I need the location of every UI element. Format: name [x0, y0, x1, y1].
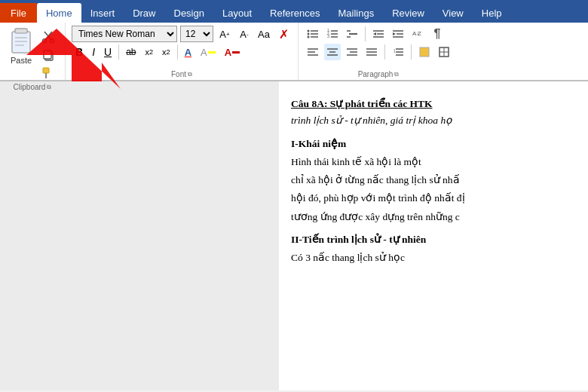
doc-section2-heading: II-Tiến trình lịch sử - tự nhiên [291, 232, 576, 247]
sep-para1 [365, 26, 366, 41]
decrease-font-button[interactable]: A- [236, 26, 253, 42]
svg-rect-11 [44, 51, 51, 59]
tab-review[interactable]: Review [383, 3, 433, 23]
svg-point-14 [308, 30, 310, 32]
font-expand-icon[interactable]: ⧉ [188, 71, 192, 78]
increase-indent-button[interactable] [390, 26, 406, 42]
font-label: Font ⧉ [171, 69, 192, 78]
bullets-button[interactable] [305, 26, 321, 42]
separator2 [177, 44, 178, 60]
doc-section1-para4: tương ứng được xây dựng trên những c [291, 210, 576, 225]
highlight-color-button[interactable]: A [197, 44, 219, 60]
shading-button[interactable] [416, 44, 433, 60]
svg-point-16 [308, 33, 310, 35]
decrease-indent-button[interactable] [370, 26, 387, 42]
superscript-button[interactable]: x2 [158, 44, 174, 60]
document-sidebar [0, 81, 279, 390]
justify-button[interactable] [363, 44, 380, 60]
paragraph-group: 1. 2. 3. [299, 23, 458, 80]
font-group: Times New Roman Arial Calibri 12 10 14 1… [66, 23, 299, 80]
multilevel-list-button[interactable] [344, 26, 360, 42]
tab-home[interactable]: Home [37, 3, 81, 23]
tab-help[interactable]: Help [473, 3, 511, 23]
doc-section1-para3: hội đó, phù hợp với một trình độ nhất đị [291, 191, 576, 206]
svg-rect-12 [43, 68, 49, 73]
clipboard-label: Clipboard ⧉ [14, 81, 52, 91]
tab-draw[interactable]: Draw [124, 3, 164, 23]
paragraph-group-content: 1. 2. 3. [305, 26, 452, 69]
svg-point-18 [308, 36, 310, 38]
font-size-select[interactable]: 12 10 14 16 [180, 26, 213, 42]
align-left-button[interactable] [305, 44, 321, 60]
strikethrough-button[interactable]: ab [122, 44, 139, 60]
svg-rect-13 [45, 73, 47, 78]
change-case-button[interactable]: Aa [256, 26, 272, 42]
svg-rect-1 [12, 32, 30, 53]
bold-button[interactable]: B [72, 44, 87, 60]
doc-title-line1: Câu 8A: Sự phát triển các HTK [291, 96, 576, 112]
document-content[interactable]: Câu 8A: Sự phát triển các HTK trình lịch… [279, 81, 588, 390]
subscript-button[interactable]: x2 [142, 44, 158, 60]
increase-font-button[interactable]: A+ [216, 26, 233, 42]
font-group-content: Times New Roman Arial Calibri 12 10 14 1… [72, 26, 292, 69]
svg-text:↕: ↕ [393, 47, 396, 54]
paragraph-row2: ↕ [305, 44, 452, 60]
tab-mailings[interactable]: Mailings [329, 3, 384, 23]
align-center-button[interactable] [324, 44, 341, 60]
paragraph-label: Paragraph ⧉ [358, 69, 400, 78]
separator1 [118, 44, 119, 60]
font-name-row: Times New Roman Arial Calibri 12 10 14 1… [72, 26, 292, 42]
paste-icon [9, 27, 33, 56]
numbering-button[interactable]: 1. 2. 3. [324, 26, 341, 42]
line-spacing-button[interactable]: ↕ [390, 44, 406, 60]
borders-button[interactable] [436, 44, 452, 60]
clipboard-expand-icon[interactable]: ⧉ [47, 84, 51, 91]
ribbon: Paste [0, 23, 588, 81]
clear-formatting-button[interactable]: ✗ [275, 26, 292, 42]
align-right-button[interactable] [344, 44, 360, 60]
doc-section1-para: Hình thái kinh tế xã hội là một [291, 155, 576, 170]
svg-marker-35 [393, 32, 396, 35]
formatting-row: B I U ab x2 x2 A A A [72, 44, 243, 60]
svg-text:Z: Z [418, 30, 421, 37]
tab-insert[interactable]: Insert [81, 3, 124, 23]
document-area: Câu 8A: Sự phát triển các HTK trình lịch… [0, 81, 588, 390]
tab-layout[interactable]: Layout [213, 3, 261, 23]
tab-file[interactable]: File [0, 3, 37, 23]
svg-rect-56 [420, 47, 429, 57]
clipboard-mini-buttons [38, 26, 59, 81]
font-name-select[interactable]: Times New Roman Arial Calibri [72, 26, 177, 42]
italic-button[interactable]: I [88, 44, 99, 60]
doc-section1-para2: chỉ xã hội ở từng nấc thang lịch sử nhấ [291, 173, 576, 188]
paragraph-expand-icon[interactable]: ⧉ [394, 71, 399, 78]
svg-rect-2 [15, 29, 27, 33]
sep-para3 [411, 44, 412, 60]
text-effects-button[interactable]: A [181, 44, 195, 60]
sort-button[interactable]: A↓ Z [409, 26, 426, 42]
tab-references[interactable]: References [261, 3, 329, 23]
tab-bar: File Home Insert Draw Design Layout Refe… [0, 0, 588, 23]
clipboard-group-content: Paste [6, 26, 59, 81]
show-hide-button[interactable]: ¶ [429, 26, 446, 42]
paragraph-row1: 1. 2. 3. [305, 26, 446, 42]
paste-label: Paste [11, 56, 32, 65]
svg-marker-31 [373, 32, 376, 35]
tab-design[interactable]: Design [165, 3, 213, 23]
doc-section2-para: Có 3 nấc thang lịch sử học [291, 250, 576, 265]
underline-button[interactable]: U [100, 44, 115, 60]
clipboard-group: Paste [0, 23, 66, 80]
paste-button[interactable]: Paste [6, 26, 36, 66]
doc-title-line2: trình lịch sử - tự nhiên, giá trị khoa h… [291, 113, 576, 128]
format-painter-button[interactable] [38, 65, 59, 81]
svg-text:3.: 3. [327, 34, 330, 38]
tab-view[interactable]: View [433, 3, 473, 23]
sep-para2 [384, 44, 385, 60]
doc-section1-heading: I-Khái niệm [291, 136, 576, 152]
cut-button[interactable] [38, 29, 59, 45]
copy-button[interactable] [38, 47, 59, 63]
font-color-button[interactable]: A [221, 44, 243, 60]
